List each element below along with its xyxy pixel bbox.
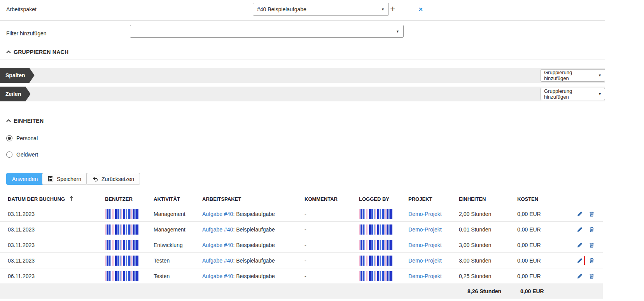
save-button[interactable]: Speichern — [42, 173, 87, 185]
units-section-header[interactable]: EINHEITEN — [6, 118, 44, 124]
edit-icon[interactable] — [576, 210, 584, 218]
collapse-chevron-icon — [6, 50, 11, 54]
project-cell: Demo-Projekt — [408, 258, 459, 264]
logged-by-cell — [359, 224, 408, 235]
project-link[interactable]: Demo-Projekt — [408, 273, 442, 279]
work-package-cell: Aufgabe #40: Beispielaufgabe — [202, 258, 304, 264]
add-column-grouping-button[interactable]: Gruppierung hinzufügen ▼ — [541, 69, 605, 82]
header-aktivitaet: AKTIVITÄT — [154, 196, 202, 202]
units-value: 3,00 Stunden — [459, 242, 517, 248]
edit-icon[interactable] — [576, 225, 584, 234]
work-package-suffix: : Beispielaufgabe — [233, 242, 275, 248]
delete-icon[interactable] — [587, 256, 596, 265]
radio-label[interactable]: Personal — [16, 135, 38, 141]
time-entries-table: DATUM DER BUCHUNG BENUTZER AKTIVITÄT ARB… — [0, 192, 603, 299]
group-rows-dropzone: Zeilen Gruppierung hinzufügen ▼ — [0, 87, 605, 101]
cost-value: 0,00 EUR — [517, 226, 576, 233]
delete-icon[interactable] — [587, 225, 596, 234]
apply-button[interactable]: Anwenden — [6, 173, 44, 185]
chevron-down-icon: ▼ — [381, 7, 385, 11]
work-package-link[interactable]: Aufgabe #40 — [202, 273, 233, 279]
redacted-user-badge — [359, 209, 392, 219]
add-row-grouping-button[interactable]: Gruppierung hinzufügen ▼ — [541, 88, 605, 100]
cost-value: 0,00 EUR — [517, 258, 576, 264]
table-body: 03.11.2023 Management Aufgabe #40: Beisp… — [0, 206, 603, 284]
table-row: 03.11.2023 Management Aufgabe #40: Beisp… — [0, 222, 603, 237]
table-header-row: DATUM DER BUCHUNG BENUTZER AKTIVITÄT ARB… — [0, 192, 603, 206]
units-option-geldwert[interactable]: Geldwert — [6, 151, 38, 158]
table-row: 06.11.2023 Testen Aufgabe #40: Beispiela… — [0, 268, 603, 284]
work-package-select-value: #40 Beispielaufgabe — [257, 6, 306, 12]
radio-selected-icon[interactable] — [6, 135, 12, 141]
delete-icon[interactable] — [587, 241, 596, 249]
redacted-user-badge — [105, 271, 138, 281]
comment-value: - — [304, 242, 359, 248]
delete-icon[interactable] — [587, 210, 596, 218]
project-link[interactable]: Demo-Projekt — [408, 258, 442, 264]
redacted-user-badge — [359, 256, 392, 266]
redacted-user-badge — [105, 240, 138, 250]
sort-ascending-icon[interactable] — [70, 196, 73, 203]
group-by-section-header[interactable]: GRUPPIEREN NACH — [6, 49, 68, 55]
cost-value: 0,00 EUR — [517, 242, 576, 248]
edit-icon[interactable] — [576, 241, 584, 249]
logged-by-cell — [359, 256, 408, 266]
radio-label[interactable]: Geldwert — [16, 151, 38, 158]
add-filter-select[interactable]: ▼ — [130, 25, 404, 38]
save-button-label: Speichern — [57, 176, 81, 182]
units-total: 8,26 Stunden — [459, 288, 517, 294]
work-package-select[interactable]: #40 Beispielaufgabe ▼ — [253, 3, 389, 16]
collapse-chevron-icon — [6, 119, 11, 122]
remove-filter-icon[interactable]: ✕ — [418, 6, 423, 12]
comment-value: - — [304, 211, 359, 217]
activity-value: Management — [154, 211, 202, 217]
work-package-cell: Aufgabe #40: Beispielaufgabe — [202, 242, 304, 248]
booking-date: 03.11.2023 — [0, 226, 105, 233]
cost-report-page: Arbeitspaket #40 Beispielaufgabe ▼ + ✕ F… — [0, 0, 644, 301]
project-cell: Demo-Projekt — [408, 226, 459, 233]
row-actions — [576, 241, 603, 249]
work-package-link[interactable]: Aufgabe #40 — [202, 226, 233, 233]
activity-value: Management — [154, 226, 202, 233]
redacted-user-badge — [105, 224, 138, 235]
header-benutzer: BENUTZER — [105, 196, 154, 202]
project-link[interactable]: Demo-Projekt — [408, 226, 442, 233]
header-kommentar: KOMMENTAR — [304, 196, 359, 202]
project-link[interactable]: Demo-Projekt — [408, 211, 442, 217]
add-grouping-label: Gruppierung hinzufügen — [544, 88, 596, 100]
work-package-link[interactable]: Aufgabe #40 — [202, 242, 233, 248]
work-package-link[interactable]: Aufgabe #40 — [202, 211, 233, 217]
header-datum-der-buchung[interactable]: DATUM DER BUCHUNG — [0, 196, 105, 203]
activity-value: Testen — [154, 258, 202, 264]
reset-button[interactable]: Zurücksetzen — [86, 173, 140, 185]
table-row: 03.11.2023 Management Aufgabe #40: Beisp… — [0, 206, 603, 222]
row-actions — [576, 272, 603, 280]
units-value: 2,00 Stunden — [459, 211, 517, 217]
header-einheiten: EINHEITEN — [459, 196, 517, 202]
activity-value: Testen — [154, 273, 202, 279]
redacted-user-badge — [105, 209, 138, 219]
units-title: EINHEITEN — [14, 118, 44, 124]
logged-by-cell — [359, 209, 408, 219]
table-row: 03.11.2023 Testen Aufgabe #40: Beispiela… — [0, 253, 603, 268]
project-link[interactable]: Demo-Projekt — [408, 242, 442, 248]
radio-unselected-icon[interactable] — [6, 151, 12, 158]
user-cell — [105, 256, 154, 266]
delete-icon[interactable] — [587, 272, 596, 280]
comment-value: - — [304, 226, 359, 233]
save-icon — [48, 176, 54, 182]
redacted-user-badge — [359, 224, 392, 235]
divider — [0, 20, 605, 21]
project-cell: Demo-Projekt — [408, 273, 459, 279]
work-package-link[interactable]: Aufgabe #40 — [202, 258, 233, 264]
work-package-suffix: : Beispielaufgabe — [233, 273, 275, 279]
edit-icon[interactable] — [576, 272, 584, 280]
chevron-down-icon: ▼ — [396, 30, 399, 33]
units-option-personal[interactable]: Personal — [6, 135, 38, 141]
work-package-cell: Aufgabe #40: Beispielaufgabe — [202, 273, 304, 279]
edit-icon[interactable] — [576, 256, 584, 265]
activity-value: Entwicklung — [154, 242, 202, 248]
add-filter-value-icon[interactable]: + — [390, 4, 396, 14]
work-package-suffix: : Beispielaufgabe — [233, 226, 275, 233]
redacted-user-badge — [105, 256, 138, 266]
